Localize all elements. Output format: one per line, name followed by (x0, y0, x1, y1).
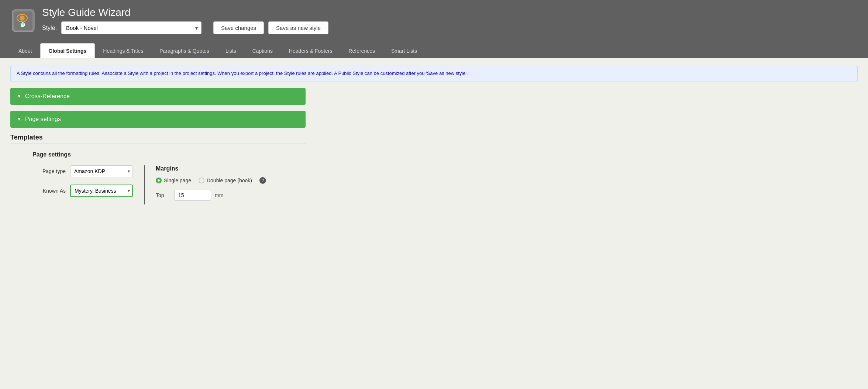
page-type-select[interactable]: Amazon KDP IngramSpark Custom (70, 165, 133, 177)
known-as-select-wrap[interactable]: Mystery, Business General Children's (70, 185, 133, 197)
margins-title: Margins (156, 165, 306, 172)
known-as-row: Known As Mystery, Business General Child… (32, 185, 133, 197)
style-select-wrapper[interactable]: Book - Novel Book - Non-Fiction Academic… (61, 21, 202, 34)
page-type-label: Page type (32, 168, 66, 174)
tab-lists[interactable]: Lists (217, 44, 244, 58)
double-page-radio-dot (199, 178, 204, 183)
page-type-select-wrap[interactable]: Amazon KDP IngramSpark Custom (70, 165, 133, 177)
templates-section: Templates Page settings Page type Amazon… (10, 134, 306, 204)
main-content: A Style contains all the formatting rule… (0, 58, 868, 211)
save-changes-button[interactable]: Save changes (213, 21, 264, 34)
tab-smart-lists[interactable]: Smart Lists (383, 44, 425, 58)
single-page-radio-dot (156, 178, 162, 183)
cross-reference-label: Cross-Reference (25, 93, 70, 100)
style-label: Style: (42, 25, 57, 31)
page-settings-section-header[interactable]: ▼ Page settings (10, 111, 306, 128)
double-page-radio[interactable]: Double page (book) (199, 178, 252, 183)
page-settings-title: Page settings (10, 151, 306, 158)
app-title: Style Guide Wizard (42, 7, 328, 18)
top-margin-input[interactable] (174, 190, 211, 201)
single-page-label: Single page (164, 178, 191, 183)
form-layout: Page type Amazon KDP IngramSpark Custom … (10, 165, 306, 204)
logo-area: Style Guide Wizard Style: Book - Novel B… (10, 7, 328, 34)
cross-reference-arrow: ▼ (17, 94, 21, 99)
help-icon[interactable]: ? (259, 177, 266, 184)
cross-reference-section[interactable]: ▼ Cross-Reference (10, 88, 306, 105)
tab-navigation: About Global Settings Headings & Titles … (10, 43, 858, 58)
double-page-label: Double page (book) (207, 178, 252, 183)
tab-paragraphs-quotes[interactable]: Paragraphs & Quotes (151, 44, 217, 58)
tab-headers-footers[interactable]: Headers & Footers (281, 44, 341, 58)
tab-headings-titles[interactable]: Headings & Titles (95, 44, 151, 58)
info-banner: A Style contains all the formatting rule… (10, 65, 858, 82)
tab-references[interactable]: References (340, 44, 383, 58)
header-buttons: Save changes Save as new style (213, 21, 328, 34)
svg-point-3 (20, 16, 25, 21)
known-as-select[interactable]: Mystery, Business General Children's (70, 185, 133, 197)
save-new-style-button[interactable]: Save as new style (268, 21, 328, 34)
style-select[interactable]: Book - Novel Book - Non-Fiction Academic… (61, 21, 202, 34)
page-settings-arrow: ▼ (17, 117, 21, 122)
page-type-row: Page type Amazon KDP IngramSpark Custom (32, 165, 133, 177)
style-row: Style: Book - Novel Book - Non-Fiction A… (42, 21, 328, 34)
templates-divider (10, 144, 306, 144)
app-logo (10, 8, 36, 34)
form-right: Margins Single page Double page (book) ?… (145, 165, 306, 204)
known-as-label: Known As (32, 188, 66, 194)
tab-about[interactable]: About (10, 44, 40, 58)
tab-captions[interactable]: Captions (244, 44, 281, 58)
top-margin-unit: mm (215, 192, 223, 198)
single-page-radio[interactable]: Single page (156, 178, 191, 183)
top-margin-label: Top (156, 192, 170, 198)
templates-title: Templates (10, 134, 306, 141)
form-left: Page type Amazon KDP IngramSpark Custom … (10, 165, 145, 204)
header-top: Style Guide Wizard Style: Book - Novel B… (10, 7, 858, 41)
tab-global-settings[interactable]: Global Settings (40, 43, 95, 58)
title-group: Style Guide Wizard Style: Book - Novel B… (42, 7, 328, 34)
page-mode-radio-group: Single page Double page (book) ? (156, 177, 306, 184)
top-margin-row: Top mm (156, 190, 306, 201)
page-settings-section-label: Page settings (25, 116, 61, 123)
app-header: Style Guide Wizard Style: Book - Novel B… (0, 0, 868, 58)
